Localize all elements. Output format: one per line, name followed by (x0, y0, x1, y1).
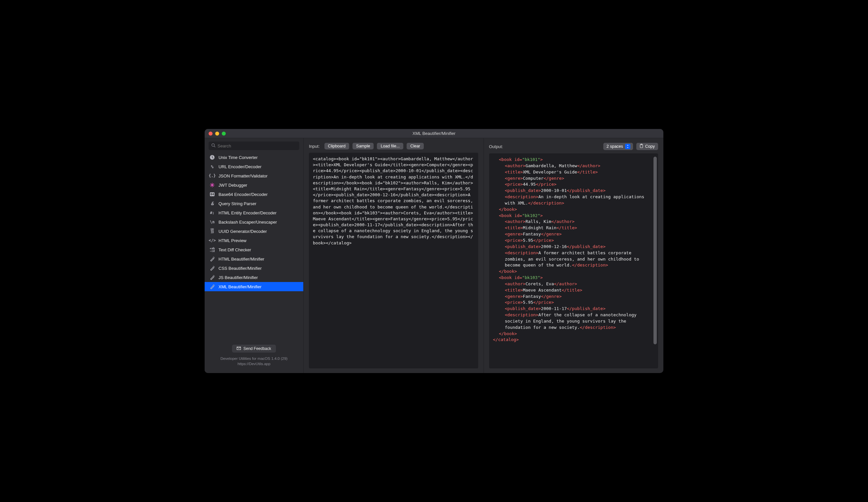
svg-point-7 (214, 266, 215, 267)
sidebar-item-label: URL Encoder/Decoder (218, 164, 261, 169)
sidebar-item-base64-encoder-decoder[interactable]: 64Base64 Encoder/Decoder (205, 190, 303, 199)
backslash-icon: \n (209, 219, 215, 225)
output-pane: Output: 2 spaces Copy (484, 138, 664, 373)
sidebar-item-html-entity-encoder-decoder[interactable]: #;HTML Entity Encoder/Decoder (205, 208, 303, 217)
sidebar-item-jwt-debugger[interactable]: JWT Debugger (205, 180, 303, 190)
sidebar-item-label: Backslash Escaper/Unescaper (218, 220, 277, 224)
svg-point-9 (214, 267, 215, 267)
b64-icon: 64 (209, 191, 215, 197)
sidebar-item-text-diff-checker[interactable]: +ab-cdText Diff Checker (205, 245, 303, 254)
copy-label: Copy (645, 144, 655, 149)
footer-version: Developer Utilities for macOS 1.4.0 (29) (210, 356, 298, 361)
input-label: Input: (309, 144, 320, 149)
input-pane: Input: Clipboard Sample Load file... Cle… (304, 138, 484, 373)
percent-icon: % (209, 164, 215, 169)
svg-point-14 (213, 284, 213, 285)
svg-point-0 (212, 144, 215, 146)
output-text[interactable]: <book id="bk101"><author>Gambardella, Ma… (493, 157, 653, 365)
sidebar-item-css-beautifier-minifier[interactable]: CSS Beautifier/Minifier (205, 263, 303, 273)
diff-icon: +ab-cd (209, 247, 215, 253)
wand-icon (209, 284, 215, 290)
sidebar-item-unix-time-converter[interactable]: Unix Time Converter (205, 153, 303, 162)
indent-select[interactable]: 2 spaces (603, 143, 633, 150)
entity-icon: #; (209, 210, 215, 216)
sidebar-item-backslash-escaper-unescaper[interactable]: \nBackslash Escaper/Unescaper (205, 217, 303, 227)
app-window: XML Beautifier/Minifier Unix Time Conver… (205, 129, 663, 373)
indent-value: 2 spaces (607, 144, 623, 149)
sidebar-item-xml-beautifier-minifier[interactable]: XML Beautifier/Minifier (205, 282, 303, 291)
sidebar-item-label: Base64 Encoder/Decoder (218, 192, 268, 197)
uuid-icon: UUID (209, 228, 215, 234)
jwt-icon (209, 182, 215, 188)
body: Unix Time Converter%URL Encoder/Decoder{… (205, 138, 663, 373)
load-file-button[interactable]: Load file... (377, 143, 403, 149)
output-area: <book id="bk101"><author>Gambardella, Ma… (489, 153, 659, 368)
sidebar-item-url-encoder-decoder[interactable]: %URL Encoder/Decoder (205, 162, 303, 171)
input-header: Input: Clipboard Sample Load file... Cle… (309, 143, 478, 149)
clear-button[interactable]: Clear (406, 143, 424, 149)
footer-url: https://DevUtils.app (210, 361, 298, 366)
clipboard-icon (640, 144, 643, 149)
search-icon (211, 143, 216, 148)
output-header: Output: 2 spaces Copy (489, 143, 659, 150)
nav-list: Unix Time Converter%URL Encoder/Decoder{… (205, 153, 303, 341)
mail-icon (237, 346, 241, 351)
anglebr-icon: </> (209, 238, 215, 243)
sidebar-item-label: HTML Entity Encoder/Decoder (218, 210, 277, 216)
minimize-window-button[interactable] (215, 132, 219, 136)
sidebar-item-label: UUID Generator/Decoder (218, 229, 267, 234)
clock-icon (209, 154, 215, 160)
svg-line-1 (214, 146, 215, 147)
wand-icon (209, 274, 215, 280)
zoom-window-button[interactable] (222, 132, 226, 136)
sidebar-item-html-beautifier-minifier[interactable]: HTML Beautifier/Minifier (205, 254, 303, 263)
amp-icon: & (209, 200, 215, 207)
sample-button[interactable]: Sample (352, 143, 374, 149)
svg-point-5 (213, 257, 213, 257)
svg-point-15 (214, 285, 215, 286)
copy-button[interactable]: Copy (636, 143, 658, 150)
wand-icon (209, 256, 215, 262)
window-controls (205, 132, 226, 136)
svg-point-4 (214, 257, 215, 258)
sidebar-item-html-preview[interactable]: </>HTML Preview (205, 236, 303, 245)
chevron-updown-icon (625, 144, 630, 149)
sidebar-item-json-formatter-validator[interactable]: {.}JSON Formatter/Validator (205, 171, 303, 180)
svg-point-6 (214, 258, 215, 258)
sidebar-item-label: Text Diff Checker (218, 247, 251, 252)
main-panes: Input: Clipboard Sample Load file... Cle… (304, 138, 663, 373)
sidebar-item-label: Query String Parser (218, 201, 257, 206)
output-label: Output: (489, 144, 503, 149)
search-input[interactable] (217, 144, 297, 148)
feedback-label: Send Feedback (243, 346, 271, 351)
output-scrollbar[interactable] (653, 157, 658, 365)
sidebar-footer: Send Feedback Developer Utilities for ma… (205, 341, 303, 370)
sidebar-item-uuid-generator-decoder[interactable]: UUIDUUID Generator/Decoder (205, 227, 303, 236)
sidebar-item-label: HTML Preview (218, 238, 247, 243)
sidebar-item-label: XML Beautifier/Minifier (218, 284, 261, 289)
sidebar: Unix Time Converter%URL Encoder/Decoder{… (205, 138, 304, 373)
window-title: XML Beautifier/Minifier (205, 131, 663, 136)
footer-text: Developer Utilities for macOS 1.4.0 (29)… (210, 356, 298, 366)
close-window-button[interactable] (209, 132, 213, 136)
send-feedback-button[interactable]: Send Feedback (232, 345, 276, 353)
svg-point-12 (214, 276, 215, 276)
svg-point-13 (214, 285, 215, 285)
sidebar-item-label: JS Beautifier/Minifier (218, 275, 258, 280)
scroll-thumb[interactable] (653, 157, 657, 344)
clipboard-button[interactable]: Clipboard (324, 143, 350, 149)
wand-icon (209, 265, 215, 271)
braces-icon: {.} (209, 173, 215, 179)
search-field[interactable] (209, 142, 299, 150)
titlebar: XML Beautifier/Minifier (205, 129, 663, 138)
sidebar-item-label: HTML Beautifier/Minifier (218, 257, 264, 262)
input-textarea[interactable]: <catalog><book id="bk101"><author>Gambar… (309, 153, 478, 368)
sidebar-item-label: CSS Beautifier/Minifier (218, 266, 262, 271)
sidebar-item-label: JWT Debugger (218, 183, 247, 188)
sidebar-item-query-string-parser[interactable]: &Query String Parser (205, 199, 303, 208)
sidebar-item-js-beautifier-minifier[interactable]: JS Beautifier/Minifier (205, 273, 303, 282)
sidebar-item-label: Unix Time Converter (218, 155, 257, 160)
sidebar-item-label: JSON Formatter/Validator (218, 174, 268, 178)
svg-point-11 (213, 275, 213, 275)
svg-point-8 (213, 266, 213, 266)
